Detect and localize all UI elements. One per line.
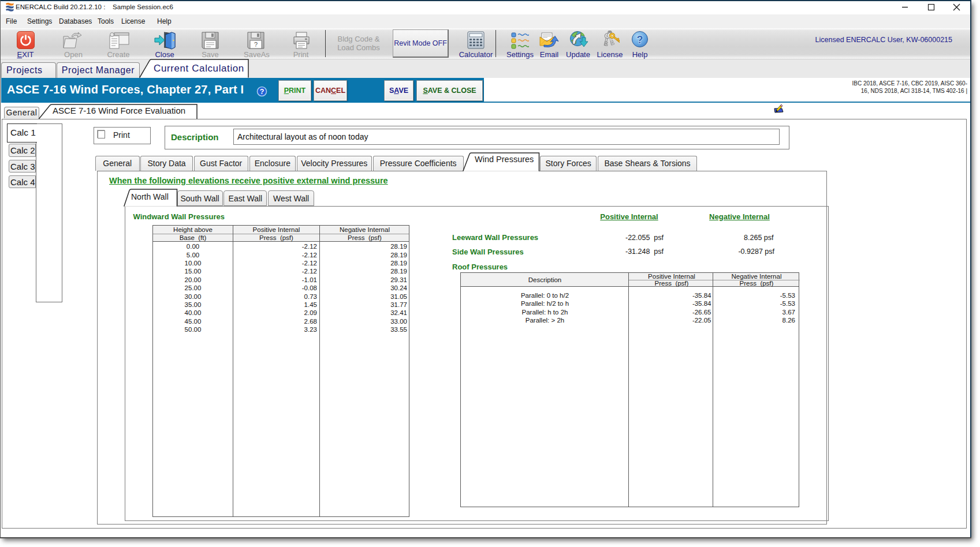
svg-text:?: ? bbox=[637, 34, 643, 46]
svg-text:?: ? bbox=[260, 88, 264, 96]
svg-text:?: ? bbox=[254, 41, 258, 48]
